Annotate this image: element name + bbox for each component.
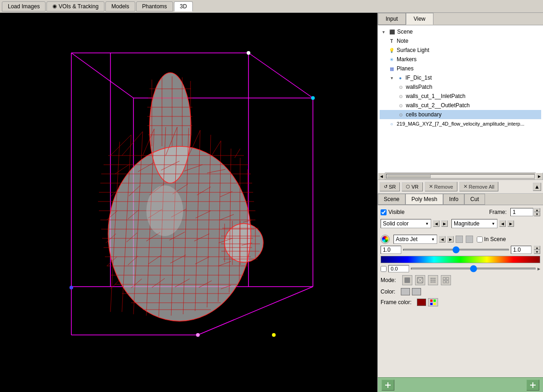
tree-item-surface-light[interactable]: 💡 Surface Light xyxy=(380,46,541,55)
top-navigation: Load Images ◉ VOIs & Tracking Models Pha… xyxy=(0,0,543,13)
svg-point-128 xyxy=(434,278,436,279)
magnitude-prev-btn[interactable]: ◀ xyxy=(499,220,506,227)
range-max-input[interactable]: 1.0 xyxy=(511,246,531,254)
svg-rect-136 xyxy=(446,277,449,280)
colormap-prev-btn[interactable]: ◀ xyxy=(439,236,445,242)
vr-button[interactable]: ⬡ VR xyxy=(402,182,422,191)
frame-color-picker-btn[interactable] xyxy=(428,298,438,306)
tab-cut[interactable]: Cut xyxy=(464,194,485,205)
mode-solid-icon[interactable] xyxy=(402,275,412,285)
svg-point-129 xyxy=(431,280,432,281)
markers-label: Markers xyxy=(397,56,416,63)
color-swatch-1[interactable] xyxy=(401,288,410,295)
properties-panel: Visible Frame: 1 ▲ ▼ Solid color ▼ ◀ xyxy=(378,205,543,377)
tree-item-walls-patch[interactable]: ⊙ wallsPatch xyxy=(380,82,541,92)
note-icon: T xyxy=(388,37,395,45)
colormap-preview-btn[interactable] xyxy=(456,236,463,243)
tab-models[interactable]: Models xyxy=(105,1,135,12)
sr-button[interactable]: ↺ SR xyxy=(380,182,400,191)
note-label: Note xyxy=(397,38,408,44)
colormap-options-btn[interactable] xyxy=(466,236,473,243)
range-max-down[interactable]: ▼ xyxy=(534,250,540,254)
range-max-up[interactable]: ▲ xyxy=(534,246,540,250)
frame-down-btn[interactable]: ▼ xyxy=(534,212,540,216)
cb-min-input[interactable]: 0.0 xyxy=(388,265,409,272)
tab-info[interactable]: Info xyxy=(443,194,464,205)
walls-patch-label: wallsPatch xyxy=(406,84,432,90)
action-row: ↺ SR ⬡ VR ✕ Remove ✕ Remove All ▲ xyxy=(378,180,543,194)
mode-points-icon[interactable] xyxy=(428,275,438,285)
tab-input[interactable]: Input xyxy=(378,13,406,25)
tab-phantoms[interactable]: Phantoms xyxy=(136,1,173,12)
svg-rect-138 xyxy=(446,281,449,283)
color-prev-btn[interactable]: ◀ xyxy=(433,220,439,227)
cb-checkbox[interactable] xyxy=(381,266,387,272)
tree-item-scene[interactable]: ▾ ⬛ Scene xyxy=(380,27,541,36)
range-max-spinner: ▲ ▼ xyxy=(534,246,540,254)
scroll-right[interactable]: ▶ xyxy=(536,173,543,180)
colormap-arrow: ▼ xyxy=(431,237,435,242)
scene-icon: ⬛ xyxy=(388,28,396,35)
tree-scrollbar[interactable]: ◀ ▶ xyxy=(378,173,543,180)
color-next-btn[interactable]: ▶ xyxy=(441,220,448,227)
svg-point-14 xyxy=(247,51,250,55)
tab-view[interactable]: View xyxy=(406,13,433,25)
tree-item-note[interactable]: T Note xyxy=(380,36,541,46)
tree-item-walls-cut-2[interactable]: ⊙ walls_cut_2__OutletPatch xyxy=(380,101,541,110)
svg-point-132 xyxy=(431,282,432,283)
magnitude-next-btn[interactable]: ▶ xyxy=(508,220,514,227)
mode-wireframe-icon[interactable] xyxy=(415,275,425,285)
tree-item-markers[interactable]: ✳ Markers xyxy=(380,55,541,64)
tab-poly-mesh[interactable]: Poly Mesh xyxy=(405,194,443,205)
tree-item-planes[interactable]: ▦ Planes xyxy=(380,64,541,73)
colormap-dropdown[interactable]: Astro Jet ▼ xyxy=(393,235,437,244)
status-bar xyxy=(378,377,543,392)
svg-rect-140 xyxy=(433,300,436,302)
tree-item-cells-boundary[interactable]: ⊙ cells boundary xyxy=(380,110,541,119)
scroll-left[interactable]: ◀ xyxy=(378,173,385,180)
range-row: 1.0 1.0 ▲ ▼ xyxy=(381,246,540,254)
scroll-track[interactable] xyxy=(386,174,535,179)
tab-vois-tracking[interactable]: ◉ VOIs & Tracking xyxy=(46,1,104,12)
frame-input[interactable]: 1 xyxy=(510,208,533,216)
tree-item-mag-xyz[interactable]: ○ 219_MAG_XYZ_[7_4D_flow_velocity_amplit… xyxy=(380,119,541,128)
colormap-icon-btn[interactable] xyxy=(381,235,390,244)
status-btn-right[interactable] xyxy=(526,380,539,391)
tab-scene[interactable]: Scene xyxy=(378,194,405,205)
scroll-thumb[interactable] xyxy=(387,174,431,178)
frame-color-row: Frame color: xyxy=(381,298,540,306)
colorbar xyxy=(381,256,540,263)
svg-point-134 xyxy=(434,282,436,283)
remove-all-button[interactable]: ✕ Remove All xyxy=(459,182,499,191)
walls-patch-icon: ⊙ xyxy=(397,83,404,91)
tab-load-images[interactable]: Load Images xyxy=(2,1,46,12)
tab-3d[interactable]: 3D xyxy=(174,1,193,12)
3d-viewport[interactable] xyxy=(0,13,377,392)
svg-point-15 xyxy=(311,96,315,100)
cb-right-arrow[interactable]: ▶ xyxy=(537,267,540,271)
frame-up-btn[interactable]: ▲ xyxy=(534,208,540,212)
range-min-input[interactable]: 1.0 xyxy=(381,246,401,254)
solid-color-dropdown[interactable]: Solid color ▼ xyxy=(381,219,431,228)
tree-item-walls-cut-1[interactable]: ⊙ walls_cut_1__InletPatch xyxy=(380,92,541,101)
status-btn-left[interactable] xyxy=(381,380,394,391)
cells-boundary-label: cells boundary xyxy=(406,111,441,118)
magnitude-arrow: ▼ xyxy=(491,222,495,226)
magnitude-dropdown[interactable]: Magnitude ▼ xyxy=(451,219,497,228)
frame-spinner-btns: ▲ ▼ xyxy=(534,208,540,216)
expand-panel-btn[interactable]: ▲ xyxy=(533,183,541,191)
sr-icon: ↺ xyxy=(384,184,387,189)
tree-item-if-dic[interactable]: ▾ ● IF_Dic_1st xyxy=(380,73,541,82)
mode-grid-icon[interactable] xyxy=(441,275,451,285)
color-magnitude-row: Solid color ▼ ◀ ▶ Magnitude ▼ ◀ ▶ xyxy=(381,219,540,228)
remove-button[interactable]: ✕ Remove xyxy=(425,182,457,191)
cb-slider[interactable] xyxy=(411,268,536,270)
color-swatch-2[interactable] xyxy=(412,288,421,295)
visible-checkbox[interactable] xyxy=(381,209,387,215)
svg-point-133 xyxy=(433,282,434,283)
colormap-next-btn[interactable]: ▶ xyxy=(447,236,454,242)
solid-color-arrow: ▼ xyxy=(425,222,429,226)
in-scene-checkbox[interactable] xyxy=(477,236,483,242)
frame-color-swatch[interactable] xyxy=(417,299,426,306)
range-slider[interactable] xyxy=(403,249,509,251)
